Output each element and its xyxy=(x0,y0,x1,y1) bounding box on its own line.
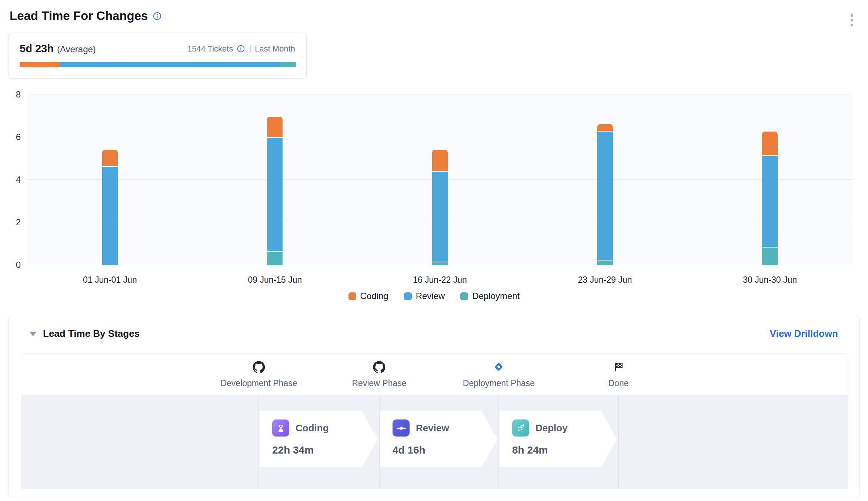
stage-card-row: Coding xyxy=(272,419,378,437)
phase-label-3: Deployment Phase xyxy=(463,378,535,388)
gridline-6 xyxy=(27,137,852,137)
x-axis-label-4: 23 Jun-29 Jun xyxy=(578,275,632,285)
bar-1-segment-coding[interactable] xyxy=(102,150,118,166)
kebab-menu-icon[interactable] xyxy=(847,11,857,29)
bar-5-segment-coding[interactable] xyxy=(762,132,778,155)
average-label: (Average) xyxy=(57,44,96,54)
info-icon[interactable] xyxy=(153,11,162,21)
commit-icon xyxy=(393,419,410,437)
phase-column-3: Deployment Phase xyxy=(463,354,535,388)
bar-3-segment-review[interactable] xyxy=(432,172,448,262)
summary-bar-segment-review xyxy=(59,62,280,67)
summary-card: 5d 23h (Average) 1544 Tickets | Last Mon… xyxy=(8,33,307,79)
summary-bar-segment-coding xyxy=(20,62,59,67)
jira-diamond-icon xyxy=(463,360,535,374)
legend-item-coding[interactable]: Coding xyxy=(348,291,388,301)
lead-time-widget: Lead Time For Changes 5d 23h (Average) 1… xyxy=(0,0,868,501)
stage-card-coding[interactable]: Coding22h 34m xyxy=(260,411,378,467)
github-icon xyxy=(220,360,297,374)
gridline-8 xyxy=(27,94,852,94)
summary-bar-segment-deployment xyxy=(280,62,296,67)
view-drilldown-link[interactable]: View Drilldown xyxy=(770,328,838,339)
tickets-count: 1544 Tickets xyxy=(187,44,233,54)
legend-label-review: Review xyxy=(416,291,445,301)
column-divider-3 xyxy=(498,395,499,489)
bar-5-segment-deployment[interactable] xyxy=(762,248,778,265)
stage-card-review[interactable]: Review4d 16h xyxy=(380,411,497,467)
phase-label-4: Done xyxy=(608,378,629,388)
bar-2-segment-review[interactable] xyxy=(267,138,283,251)
bar-5-segment-review[interactable] xyxy=(762,156,778,247)
period-separator: | xyxy=(249,44,251,54)
column-divider-4 xyxy=(618,395,619,489)
bar-2-segment-coding[interactable] xyxy=(267,117,283,137)
stage-table-header: Development PhaseReview PhaseDeployment … xyxy=(21,354,848,395)
collapse-caret-icon[interactable] xyxy=(29,332,37,336)
stage-card-row: Deploy xyxy=(512,419,617,437)
stage-card-duration: 4d 16h xyxy=(393,444,497,456)
chart-legend: CodingReviewDeployment xyxy=(0,291,868,301)
x-axis-label-2: 09 Jun-15 Jun xyxy=(248,275,302,285)
y-tick-label-0: 0 xyxy=(4,260,21,270)
bar-2-segment-deployment[interactable] xyxy=(267,252,283,265)
stage-card-row: Review xyxy=(393,419,497,437)
bar-4-segment-coding[interactable] xyxy=(597,124,613,131)
legend-item-deployment[interactable]: Deployment xyxy=(460,291,520,301)
stage-card-duration: 8h 24m xyxy=(512,444,617,456)
checkered-flag-icon xyxy=(608,360,629,374)
phase-column-1: Development Phase xyxy=(220,354,297,388)
stages-title: Lead Time By Stages xyxy=(43,328,140,339)
y-tick-label-8: 8 xyxy=(4,89,21,100)
legend-swatch-deployment xyxy=(460,292,468,300)
x-axis-label-5: 30 Jun-30 Jun xyxy=(743,275,797,285)
stage-table: Development PhaseReview PhaseDeployment … xyxy=(21,354,848,489)
stage-card-title: Deploy xyxy=(535,422,568,434)
bar-4-segment-review[interactable] xyxy=(597,132,613,260)
y-tick-label-2: 2 xyxy=(4,217,21,228)
hourglass-icon xyxy=(272,419,289,437)
page-title-text: Lead Time For Changes xyxy=(10,9,148,23)
legend-item-review[interactable]: Review xyxy=(404,291,445,301)
bar-3-segment-coding[interactable] xyxy=(432,150,448,171)
lead-time-by-stages-panel: Lead Time By Stages View Drilldown Devel… xyxy=(8,316,860,498)
rocket-icon xyxy=(512,419,529,437)
bar-4-segment-deployment[interactable] xyxy=(597,261,613,265)
summary-distribution-bar xyxy=(20,62,296,67)
gridline-0 xyxy=(27,265,852,265)
github-icon xyxy=(352,360,406,374)
stage-card-deploy[interactable]: Deploy8h 24m xyxy=(500,411,617,467)
page-title: Lead Time For Changes xyxy=(10,9,162,23)
phase-column-4: Done xyxy=(608,354,629,388)
phase-label-2: Review Phase xyxy=(352,378,406,388)
phase-label-1: Development Phase xyxy=(220,378,297,388)
stage-card-title: Coding xyxy=(296,422,329,434)
tickets-info-icon[interactable] xyxy=(237,44,245,53)
bar-1-segment-review[interactable] xyxy=(102,167,118,265)
phase-column-2: Review Phase xyxy=(352,354,406,388)
stage-card-title: Review xyxy=(416,422,449,434)
period-label: Last Month xyxy=(255,44,295,54)
legend-swatch-review xyxy=(404,292,412,300)
average-value: 5d 23h xyxy=(20,43,54,55)
legend-label-deployment: Deployment xyxy=(472,291,520,301)
column-divider-1 xyxy=(258,395,259,489)
y-tick-label-4: 4 xyxy=(4,175,21,185)
stages-header: Lead Time By Stages View Drilldown xyxy=(29,328,838,339)
column-divider-2 xyxy=(379,395,380,489)
bar-3-segment-deployment[interactable] xyxy=(432,262,448,265)
legend-swatch-coding xyxy=(348,292,356,300)
stage-card-duration: 22h 34m xyxy=(272,444,378,456)
stacked-bar-chart xyxy=(27,94,852,265)
legend-label-coding: Coding xyxy=(360,291,388,301)
x-axis-label-3: 16 Jun-22 Jun xyxy=(413,275,467,285)
x-axis-label-1: 01 Jun-01 Jun xyxy=(83,275,137,285)
y-tick-label-6: 6 xyxy=(4,132,21,142)
stage-table-body: Coding22h 34mReview4d 16hDeploy8h 24m xyxy=(21,395,848,489)
